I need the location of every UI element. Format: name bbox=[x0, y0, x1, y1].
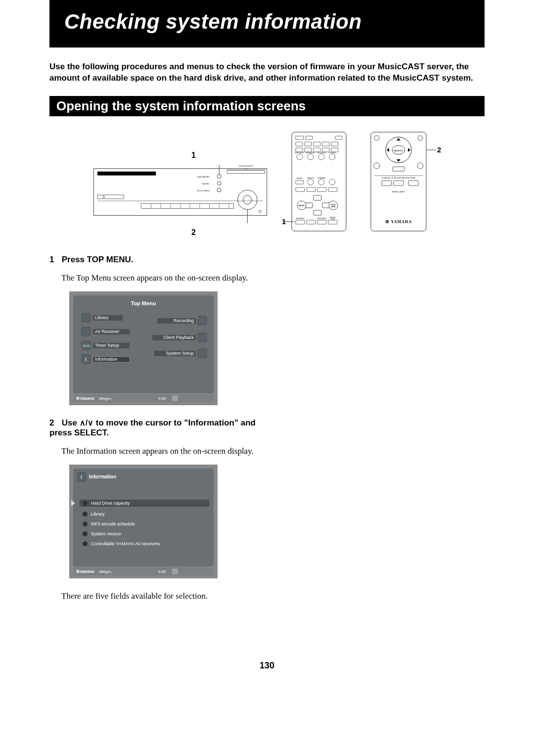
svg-text:TOP MENU: TOP MENU bbox=[296, 218, 305, 220]
svg-rect-39 bbox=[296, 148, 303, 152]
svg-rect-64 bbox=[313, 210, 321, 215]
svg-rect-118 bbox=[198, 316, 207, 325]
svg-rect-35 bbox=[305, 142, 312, 146]
svg-point-47 bbox=[329, 154, 335, 160]
section-heading: Opening the system information screens bbox=[49, 96, 485, 116]
svg-rect-95 bbox=[408, 181, 418, 186]
svg-rect-74 bbox=[317, 220, 326, 224]
svg-text:Allegro: Allegro bbox=[99, 569, 111, 574]
svg-text:1: 1 bbox=[282, 217, 286, 226]
svg-text:PLAY INFO: PLAY INFO bbox=[197, 189, 210, 192]
step-2: 2 Use ∧/∨ to move the cursor to "Informa… bbox=[49, 418, 485, 601]
svg-text:SELECT: SELECT bbox=[394, 149, 403, 152]
svg-rect-133 bbox=[73, 469, 214, 567]
svg-text:INFO: INFO bbox=[331, 206, 336, 208]
svg-text:CONTROL: CONTROL bbox=[328, 152, 336, 154]
svg-point-44 bbox=[297, 154, 303, 160]
svg-text:Recording: Recording bbox=[174, 318, 194, 323]
svg-rect-153 bbox=[172, 568, 178, 574]
diagram-row: 1 TOP MENU MENU PLAY INFO bbox=[49, 131, 485, 237]
svg-text:⦿YAMAHA: ⦿YAMAHA bbox=[76, 396, 94, 400]
svg-point-46 bbox=[318, 154, 324, 160]
svg-text:⦿YAMAHA: ⦿YAMAHA bbox=[76, 569, 94, 573]
svg-rect-31 bbox=[296, 136, 304, 140]
svg-text:System version: System version bbox=[91, 531, 122, 536]
svg-text:0:00: 0:00 bbox=[158, 569, 166, 574]
svg-rect-63 bbox=[313, 195, 321, 200]
svg-text:System Setup: System Setup bbox=[166, 351, 194, 356]
svg-rect-59 bbox=[328, 188, 337, 191]
svg-rect-93 bbox=[382, 181, 392, 186]
svg-text:Timer Setup: Timer Setup bbox=[95, 343, 119, 348]
unit-svg: TOP MENU MENU PLAY INFO bbox=[92, 162, 268, 225]
svg-text:Information: Information bbox=[89, 474, 116, 479]
svg-text:+: + bbox=[398, 182, 400, 185]
svg-point-145 bbox=[83, 531, 88, 536]
svg-rect-107 bbox=[82, 327, 90, 336]
step-2-heading-prefix: Use bbox=[62, 418, 80, 427]
svg-point-45 bbox=[308, 154, 313, 160]
top-menu-screenshot: Top Menu Library AV Receiver 45:00 Timer… bbox=[69, 291, 485, 407]
callout-1: 1 bbox=[191, 151, 196, 160]
svg-text:TEXT ARTIST: TEXT ARTIST bbox=[295, 152, 305, 154]
server-unit-diagram: 1 TOP MENU MENU PLAY INFO bbox=[92, 154, 268, 237]
svg-text:⦿ YAMAHA: ⦿ YAMAHA bbox=[385, 220, 412, 224]
svg-rect-33 bbox=[335, 136, 342, 140]
svg-rect-131 bbox=[172, 395, 178, 401]
svg-rect-38 bbox=[331, 142, 338, 146]
svg-rect-104 bbox=[82, 313, 90, 322]
remote1-svg: TEXT ARTIST RECORDING ON SCREEN CONTROL … bbox=[282, 131, 356, 235]
svg-text:Controllable YAMAHA AV receive: Controllable YAMAHA AV receivers bbox=[91, 541, 160, 546]
svg-text:MENU: MENU bbox=[299, 204, 305, 207]
svg-rect-57 bbox=[307, 188, 315, 191]
svg-point-55 bbox=[329, 179, 335, 185]
up-down-icon: ∧/∨ bbox=[80, 419, 93, 427]
svg-rect-56 bbox=[296, 188, 305, 191]
svg-rect-121 bbox=[198, 333, 207, 342]
step-1-number: 1 bbox=[49, 255, 59, 265]
svg-text:Allegro: Allegro bbox=[99, 396, 111, 401]
svg-point-143 bbox=[83, 521, 88, 526]
step-2-number: 2 bbox=[49, 418, 59, 428]
svg-rect-90 bbox=[393, 167, 404, 171]
svg-text:YAMAHA AV RECEIVER/FUNCTION: YAMAHA AV RECEIVER/FUNCTION bbox=[382, 177, 415, 179]
steps: 1 Press TOP MENU. The Top Menu screen ap… bbox=[49, 255, 485, 601]
svg-text:RANDOM: RANDOM bbox=[317, 177, 325, 179]
svg-text:TOP MENU: TOP MENU bbox=[197, 176, 210, 178]
svg-text:2: 2 bbox=[437, 145, 441, 154]
svg-rect-42 bbox=[322, 148, 329, 152]
svg-text:ON SCREEN: ON SCREEN bbox=[317, 152, 326, 154]
svg-rect-73 bbox=[307, 220, 315, 224]
svg-rect-124 bbox=[198, 349, 207, 358]
page-title: Checking system information bbox=[64, 10, 470, 34]
page-title-bar: Checking system information bbox=[49, 0, 485, 47]
svg-rect-36 bbox=[313, 142, 320, 146]
svg-rect-58 bbox=[317, 188, 326, 191]
svg-rect-52 bbox=[296, 181, 304, 184]
svg-text:45:00: 45:00 bbox=[83, 344, 90, 347]
svg-text:i: i bbox=[85, 356, 87, 362]
svg-rect-1 bbox=[97, 172, 156, 176]
svg-text:MODE   GROUP: MODE GROUP bbox=[392, 190, 405, 193]
svg-text:Library: Library bbox=[91, 512, 105, 517]
svg-text:i: i bbox=[81, 474, 82, 480]
svg-point-54 bbox=[318, 179, 324, 185]
svg-text:MP3 encode schedule: MP3 encode schedule bbox=[91, 521, 135, 526]
svg-rect-72 bbox=[296, 220, 305, 224]
svg-text:REPEAT: REPEAT bbox=[308, 177, 314, 179]
step-1-body: The Top Menu screen appears on the on-sc… bbox=[61, 273, 485, 283]
callout-2: 2 bbox=[191, 228, 268, 237]
svg-rect-75 bbox=[328, 220, 337, 224]
svg-rect-41 bbox=[313, 148, 320, 152]
svg-rect-34 bbox=[296, 142, 303, 146]
svg-text:Client Playback: Client Playback bbox=[163, 335, 194, 340]
svg-text:RECORDING: RECORDING bbox=[306, 152, 315, 154]
step-2-extra: There are five fields available for sele… bbox=[61, 591, 485, 601]
information-screenshot: i Information Hard Drive capacity Librar… bbox=[69, 465, 485, 580]
remote-2-diagram: SELECT YAMAHA AV RECEIVER/FUNCTION + MOD… bbox=[370, 131, 442, 237]
svg-text:MENU: MENU bbox=[202, 183, 210, 185]
svg-rect-32 bbox=[306, 136, 312, 140]
step-2-body: The Information screen appears on the on… bbox=[61, 446, 485, 456]
svg-text:Hard Drive capacity: Hard Drive capacity bbox=[91, 501, 130, 506]
svg-rect-43 bbox=[331, 148, 338, 152]
